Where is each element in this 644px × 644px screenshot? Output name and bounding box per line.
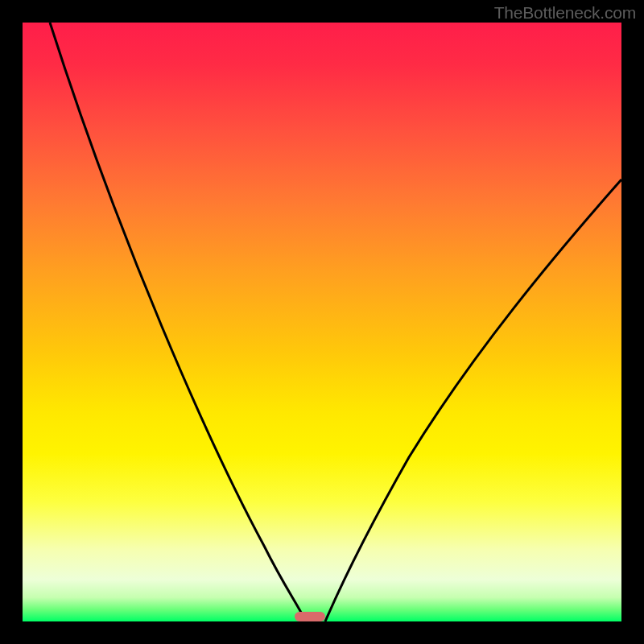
watermark-text: TheBottleneck.com <box>494 3 636 23</box>
chart-frame: TheBottleneck.com <box>0 0 644 644</box>
bottleneck-marker <box>295 612 325 621</box>
bottleneck-curves <box>23 23 621 621</box>
right-curve <box>325 180 621 621</box>
left-curve <box>50 23 306 621</box>
